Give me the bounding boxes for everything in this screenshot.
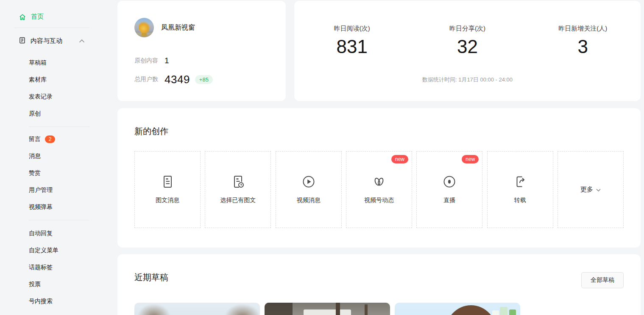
sidebar-item-label: 视频弹幕 <box>29 203 53 211</box>
sidebar-item-label: 素材库 <box>29 76 47 84</box>
stat-label: 昨日阅读(次) <box>294 25 410 33</box>
stats-time-range: 数据统计时间: 1月17日 00:00 - 24:00 <box>294 76 641 84</box>
stat-yesterday-shares: 昨日分享(次) 32 <box>410 25 525 101</box>
sidebar-item-label: 留言 <box>29 135 41 143</box>
sidebar-item-original[interactable]: 原创 <box>29 105 111 122</box>
stat-label: 昨日新增关注(人) <box>525 25 641 33</box>
sidebar-divider <box>14 28 89 28</box>
sidebar-item-label: 原创 <box>29 110 41 118</box>
tile-video-message[interactable]: 视频消息 <box>276 151 342 228</box>
tile-channels-moment[interactable]: new 视频号动态 <box>346 151 412 228</box>
tile-label: 图文消息 <box>156 197 179 204</box>
girl-hair <box>445 305 497 315</box>
account-avatar <box>134 18 154 37</box>
sidebar-item-votes[interactable]: 投票 <box>29 276 111 293</box>
tile-label: 选择已有图文 <box>220 197 256 204</box>
account-summary-card: 凤凰新视窗 原创内容 1 总用户数 4349 +85 <box>117 1 286 101</box>
sidebar-item-label: 用户管理 <box>29 186 53 194</box>
draft-thumbnail-playground-snow[interactable] <box>265 303 390 315</box>
sidebar-item-label: 投票 <box>29 281 41 288</box>
new-badge: new <box>391 155 408 163</box>
sidebar-item-drafts-box[interactable]: 草稿箱 <box>29 54 111 71</box>
article-clock-icon <box>230 174 245 190</box>
sidebar-item-publish-records[interactable]: 发表记录 <box>29 88 111 105</box>
sidebar-section-content-interaction[interactable]: 内容与互动 <box>19 37 85 45</box>
sidebar-section-label: 内容与互动 <box>31 37 62 45</box>
tree-silhouette <box>137 304 171 315</box>
tile-article[interactable]: 图文消息 <box>134 151 201 228</box>
wechat-mp-dashboard: 首页 内容与互动 草稿箱 素材库 发表记录 原创 <box>0 0 644 315</box>
video-play-icon <box>301 174 316 190</box>
sidebar-item-label: 号内搜索 <box>29 298 53 305</box>
tile-more[interactable]: 更多 <box>558 151 624 228</box>
stat-yesterday-new-followers: 昨日新增关注(人) 3 <box>525 25 641 101</box>
tile-repost[interactable]: 转载 <box>487 151 553 228</box>
original-content-value: 1 <box>164 56 169 65</box>
sidebar-item-label: 赞赏 <box>29 169 41 177</box>
chevron-down-icon <box>596 188 601 192</box>
tile-existing-article[interactable]: 选择已有图文 <box>205 151 271 228</box>
home-icon <box>19 13 26 21</box>
stat-yesterday-reads: 昨日阅读(次) 831 <box>294 25 410 101</box>
chevron-up-icon[interactable] <box>79 39 85 43</box>
sidebar-group-content: 草稿箱 素材库 发表记录 原创 <box>0 54 111 122</box>
total-users-label: 总用户数 <box>134 76 164 83</box>
draft-thumbnail-winter-courtyard[interactable] <box>134 303 260 315</box>
section-title-new-creation: 新的创作 <box>134 125 624 137</box>
bottle <box>509 309 516 315</box>
sidebar-item-appreciation[interactable]: 赞赏 <box>29 165 111 182</box>
tile-label: 视频消息 <box>297 197 321 204</box>
sidebar-item-user-management[interactable]: 用户管理 <box>29 182 111 199</box>
unread-count-badge: 2 <box>45 135 55 143</box>
channels-icon <box>371 174 387 190</box>
tile-live[interactable]: new 直播 <box>416 151 482 228</box>
van-shape <box>304 309 351 315</box>
sidebar-item-media-library[interactable]: 素材库 <box>29 71 111 88</box>
building-shape <box>265 303 293 315</box>
sidebar-item-topic-tags[interactable]: 话题标签 <box>29 259 111 276</box>
sidebar-item-auto-reply[interactable]: 自动回复 <box>29 225 111 242</box>
sidebar-divider <box>29 220 89 220</box>
sidebar-item-label: 消息 <box>29 152 41 160</box>
sidebar-item-label: 自定义菜单 <box>29 247 59 254</box>
draft-thumbnail-cartoon-girl[interactable] <box>395 303 520 315</box>
sidebar-item-label: 草稿箱 <box>29 59 47 67</box>
stat-label: 昨日分享(次) <box>410 25 525 33</box>
sidebar-item-video-danmu[interactable]: 视频弹幕 <box>29 199 111 216</box>
tree-trunk <box>365 304 368 315</box>
sidebar-item-in-account-search[interactable]: 号内搜索 <box>29 293 111 310</box>
creation-tiles: 图文消息 选择已有图文 <box>134 151 624 228</box>
tile-label: 转载 <box>514 197 526 204</box>
sidebar-item-comments[interactable]: 留言 2 <box>29 131 111 148</box>
section-title-recent-drafts: 近期草稿 <box>134 271 624 283</box>
tile-label: 直播 <box>443 197 455 204</box>
sidebar-item-messages[interactable]: 消息 <box>29 148 111 165</box>
all-drafts-button[interactable]: 全部草稿 <box>581 272 624 288</box>
draft-thumbnails <box>134 303 624 315</box>
tree-silhouette <box>224 304 260 315</box>
repost-icon <box>513 174 528 190</box>
stat-value: 831 <box>294 37 410 56</box>
sidebar-divider <box>29 127 89 127</box>
new-badge: new <box>462 155 479 163</box>
phoenix-statue-image <box>137 20 151 35</box>
original-content-row: 原创内容 1 <box>134 54 269 67</box>
sidebar-home-label: 首页 <box>31 13 44 21</box>
sidebar-item-label: 发表记录 <box>29 93 53 101</box>
bottle <box>492 310 499 315</box>
document-icon <box>19 37 26 45</box>
statue-pedestal <box>142 33 147 36</box>
sidebar-item-custom-menu[interactable]: 自定义菜单 <box>29 242 111 259</box>
tree-trunk <box>336 303 340 315</box>
sidebar-group-interaction: 留言 2 消息 赞赏 用户管理 视频弹幕 <box>0 131 111 216</box>
sidebar-group-tools: 自动回复 自定义菜单 话题标签 投票 号内搜索 <box>0 225 111 310</box>
stat-value: 32 <box>410 37 525 56</box>
new-creation-card: 新的创作 图文消息 <box>117 108 641 248</box>
article-icon <box>160 174 175 190</box>
tile-label: 视频号动态 <box>364 197 394 204</box>
live-icon <box>442 174 457 190</box>
stat-value: 3 <box>525 37 641 56</box>
daily-stats-card: 昨日阅读(次) 831 昨日分享(次) 32 昨日新增关注(人) 3 数据统计时… <box>294 1 641 101</box>
sidebar-item-home[interactable]: 首页 <box>19 13 86 21</box>
account-name: 凤凰新视窗 <box>161 23 195 32</box>
